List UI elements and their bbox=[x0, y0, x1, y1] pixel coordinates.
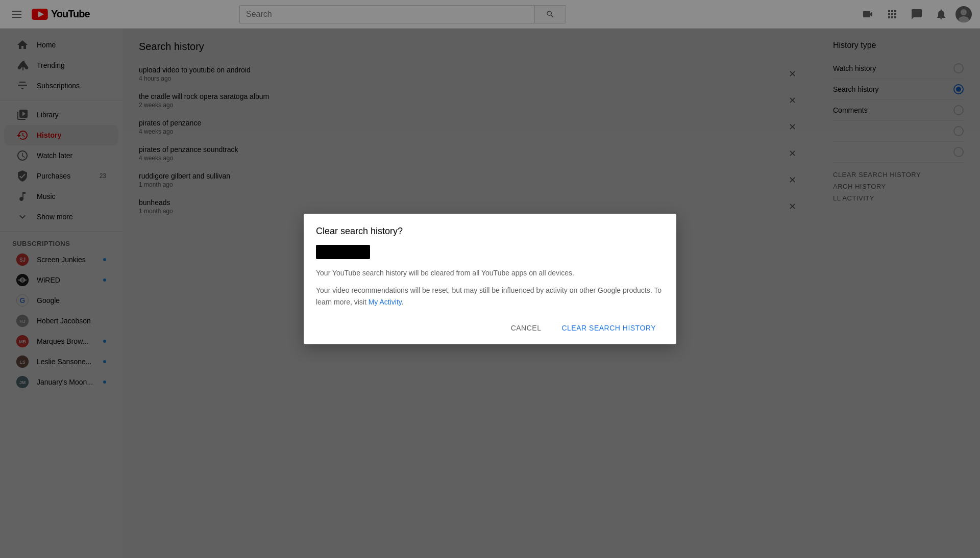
dialog-overlay: Clear search history? Your YouTube searc… bbox=[0, 0, 980, 558]
dialog-body2: Your video recommendations will be reset… bbox=[316, 285, 664, 308]
dialog-body2-suffix: . bbox=[402, 298, 404, 306]
clear-history-dialog: Clear search history? Your YouTube searc… bbox=[304, 214, 676, 344]
dialog-redacted-block bbox=[316, 245, 370, 259]
dialog-title: Clear search history? bbox=[316, 226, 664, 237]
clear-history-button[interactable]: CLEAR SEARCH HISTORY bbox=[553, 320, 664, 336]
cancel-button[interactable]: CANCEL bbox=[503, 320, 550, 336]
dialog-body2-prefix: Your video recommendations will be reset… bbox=[316, 286, 662, 306]
dialog-body1: Your YouTube search history will be clea… bbox=[316, 267, 664, 278]
my-activity-link[interactable]: My Activity bbox=[369, 298, 402, 306]
dialog-actions: CANCEL CLEAR SEARCH HISTORY bbox=[316, 320, 664, 336]
